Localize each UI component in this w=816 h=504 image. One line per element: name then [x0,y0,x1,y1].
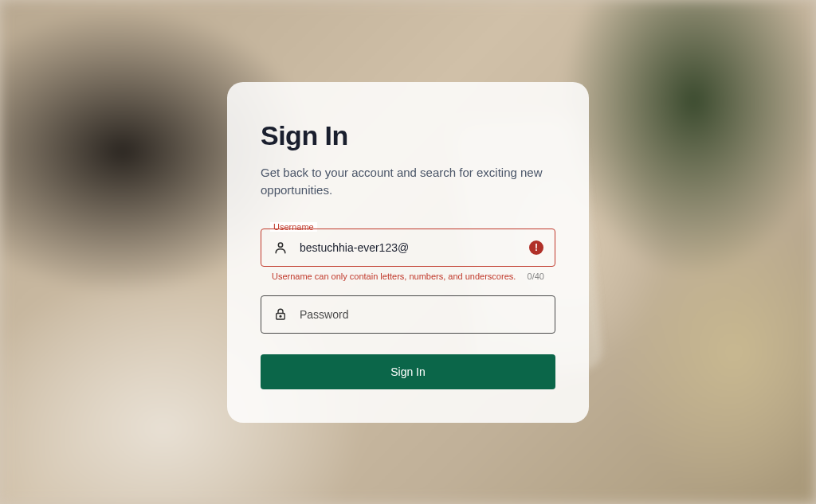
page-title: Sign In [261,120,555,151]
username-char-count: 0/40 [528,272,544,281]
svg-point-2 [280,315,281,317]
svg-point-0 [278,243,282,247]
signin-button[interactable]: Sign In [261,354,555,389]
username-field[interactable]: ! [261,229,555,267]
username-field-wrapper: Username ! Username can only contain let… [261,229,555,281]
error-icon: ! [529,240,543,255]
person-icon [273,240,288,256]
username-input[interactable] [300,241,529,254]
password-field[interactable] [261,295,555,334]
username-helper: Username can only contain letters, numbe… [261,272,555,281]
password-field-wrapper [261,295,555,334]
password-input[interactable] [300,308,543,321]
signin-card: Sign In Get back to your account and sea… [227,82,589,423]
page-subtitle: Get back to your account and search for … [261,164,555,200]
username-error-message: Username can only contain letters, numbe… [272,272,516,281]
lock-icon [273,307,288,322]
